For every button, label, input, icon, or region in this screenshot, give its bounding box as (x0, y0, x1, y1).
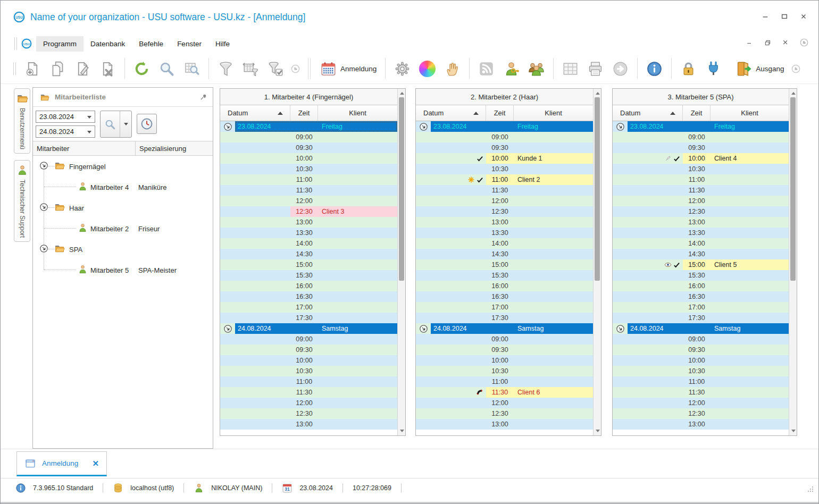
menu-item-fenster[interactable]: Fenster (170, 36, 208, 52)
schedule-slot-row[interactable]: 11:00 (613, 376, 789, 387)
schedule-date-row[interactable]: 24.08.2024 Samstag (416, 323, 593, 334)
schedule-slot-row[interactable]: 11:00 (220, 174, 397, 185)
tree-employee-row[interactable]: Mitarbeiter 2 Friseur (33, 218, 213, 239)
schedule-slot-row[interactable]: 16:30 (613, 291, 789, 302)
schedule-slot-row[interactable]: 09:00 (613, 334, 789, 345)
schedule-appointment-row[interactable]: 15:00 Client 5 (613, 259, 789, 270)
schedule-slot-row[interactable]: 09:00 (220, 132, 397, 142)
toolbar-color-wheel-button[interactable] (415, 56, 440, 81)
toolbar-search-button[interactable] (154, 56, 179, 81)
schedule-slot-row[interactable]: 15:00 (220, 259, 397, 270)
schedule-date-row[interactable]: 23.08.2024 Freitag (416, 121, 593, 132)
tab-anmeldung[interactable]: Anmeldung ✕ (16, 451, 107, 476)
mdi-close-button[interactable] (781, 38, 790, 47)
menubar-grip[interactable] (14, 37, 17, 50)
schedule-slot-row[interactable]: 09:30 (220, 142, 397, 153)
toolbar-rss-button[interactable] (474, 56, 499, 81)
schedule-slot-row[interactable]: 11:30 (416, 185, 593, 196)
toolbar-lock-button[interactable] (676, 56, 701, 81)
toolbar-plug-button[interactable] (701, 56, 726, 81)
toolbar-copy-document-button[interactable] (45, 56, 70, 81)
schedule-slot-row[interactable]: 09:30 (613, 142, 789, 153)
schedule-slot-row[interactable]: 13:00 (613, 419, 789, 430)
toolbar-hand-button[interactable] (440, 56, 465, 81)
tree-group-spa[interactable]: SPA (33, 239, 213, 259)
schedule-slot-row[interactable]: 09:30 (416, 142, 593, 153)
date-from-input[interactable]: 23.08.2024 (36, 111, 95, 123)
schedule-slot-row[interactable]: 14:30 (416, 249, 593, 259)
column-header-mitarbeiter[interactable]: Mitarbeiter (33, 141, 136, 155)
date-to-input[interactable]: 24.08.2024 (36, 125, 95, 138)
sidebar-tab-technischer-support[interactable]: Technischer Support (14, 160, 30, 242)
schedule-slot-row[interactable]: 13:00 (416, 217, 593, 228)
maximize-button[interactable] (780, 12, 789, 21)
menu-item-hilfe[interactable]: Hilfe (208, 36, 237, 52)
schedule-slot-row[interactable]: 10:30 (613, 164, 789, 174)
toolbar-chevron-down-circle-button[interactable] (288, 56, 303, 81)
schedule-slot-row[interactable]: 14:00 (613, 238, 789, 249)
toolbar-grip[interactable] (13, 62, 16, 75)
schedule-slot-row[interactable]: 16:30 (220, 291, 397, 302)
schedule-slot-row[interactable]: 11:00 (613, 174, 789, 185)
scrollbar-thumb[interactable] (790, 97, 796, 281)
schedule-slot-row[interactable]: 10:30 (220, 366, 397, 376)
schedule-slot-row[interactable]: 15:00 (416, 259, 593, 270)
schedule-slot-row[interactable]: 10:00 (220, 153, 397, 164)
schedule-slot-row[interactable]: 16:30 (416, 291, 593, 302)
close-button[interactable] (799, 12, 808, 21)
scrollbar[interactable] (397, 89, 405, 435)
scroll-down-icon[interactable] (596, 430, 600, 432)
schedule-slot-row[interactable]: 13:00 (613, 217, 789, 228)
schedule-slot-row[interactable]: 09:00 (613, 132, 789, 142)
toolbar-exit-door-button[interactable]: Ausgang (731, 56, 788, 81)
scroll-down-icon[interactable] (791, 430, 796, 432)
column-header-spezialisierung[interactable]: Spezialisierung (136, 141, 213, 155)
scroll-up-icon[interactable] (400, 92, 404, 95)
schedule-slot-row[interactable]: 11:00 (416, 376, 593, 387)
menu-item-datenbank[interactable]: Datenbank (83, 36, 132, 52)
tree-group-fingernägel[interactable]: Fingernägel (33, 156, 213, 177)
schedule-slot-row[interactable]: 17:30 (220, 313, 397, 323)
schedule-slot-row[interactable]: 10:30 (613, 366, 789, 376)
schedule-slot-row[interactable]: 16:00 (613, 281, 789, 291)
schedule-appointment-row[interactable]: 11:30 Client 6 (416, 387, 593, 398)
schedule-slot-row[interactable]: 15:30 (220, 270, 397, 281)
header-klient[interactable]: Klient (711, 105, 789, 121)
tab-close-icon[interactable]: ✕ (92, 459, 99, 468)
schedule-slot-row[interactable]: 12:00 (613, 196, 789, 206)
header-datum[interactable]: Datum (416, 105, 486, 121)
schedule-slot-row[interactable]: 12:00 (220, 196, 397, 206)
schedule-slot-row[interactable]: 13:30 (416, 228, 593, 238)
schedule-slot-row[interactable]: 17:30 (613, 313, 789, 323)
schedule-slot-row[interactable]: 12:30 (416, 206, 593, 217)
toolbar-filter-button[interactable] (213, 56, 238, 81)
toolbar-forward-arrow-button[interactable] (608, 56, 633, 81)
schedule-slot-row[interactable]: 09:30 (416, 345, 593, 355)
schedule-slot-row[interactable]: 12:00 (416, 398, 593, 408)
schedule-slot-row[interactable]: 12:30 (613, 206, 789, 217)
schedule-slot-row[interactable]: 09:30 (220, 345, 397, 355)
scroll-up-icon[interactable] (791, 92, 796, 95)
toolbar-delete-document-button[interactable] (95, 56, 120, 81)
schedule-slot-row[interactable]: 14:30 (613, 249, 789, 259)
clock-button[interactable] (137, 114, 157, 134)
schedule-appointment-row[interactable]: 11:00 Client 2 (416, 174, 593, 185)
scrollbar-thumb[interactable] (399, 97, 404, 281)
header-datum[interactable]: Datum (613, 105, 683, 121)
schedule-slot-row[interactable]: 13:30 (220, 228, 397, 238)
schedule-slot-row[interactable]: 12:00 (613, 398, 789, 408)
schedule-slot-row[interactable]: 16:00 (220, 281, 397, 291)
schedule-slot-row[interactable]: 15:30 (416, 270, 593, 281)
search-button[interactable] (100, 111, 132, 138)
schedule-slot-row[interactable]: 11:30 (613, 387, 789, 398)
mdi-minimize-button[interactable] (745, 38, 754, 47)
schedule-slot-row[interactable]: 13:00 (220, 419, 397, 430)
header-klient[interactable]: Klient (318, 105, 397, 121)
schedule-slot-row[interactable]: 13:00 (416, 419, 593, 430)
schedule-slot-row[interactable]: 12:30 (416, 408, 593, 419)
toolbar-chevron-down-circle-button[interactable] (789, 56, 803, 81)
schedule-slot-row[interactable]: 10:30 (416, 366, 593, 376)
schedule-slot-row[interactable]: 10:00 (220, 355, 397, 366)
schedule-date-row[interactable]: 24.08.2024 Samstag (613, 323, 789, 334)
schedule-slot-row[interactable]: 09:00 (416, 334, 593, 345)
